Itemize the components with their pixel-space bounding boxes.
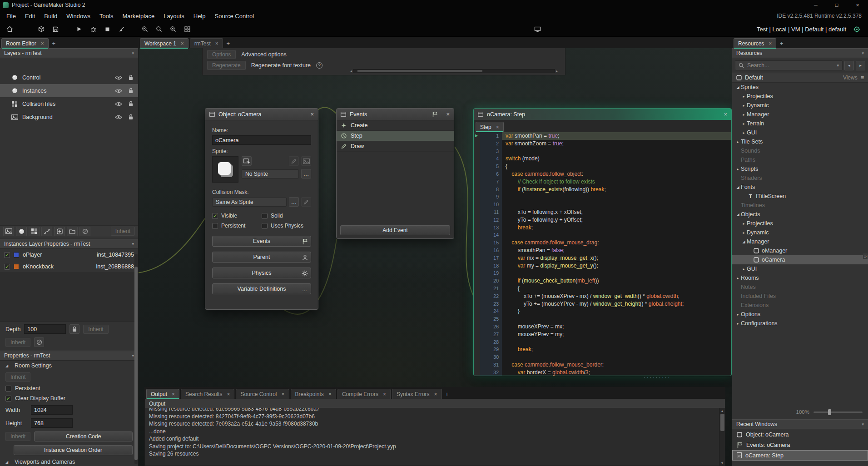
line-number[interactable]: 25 (474, 315, 502, 323)
instance-row-oknockback[interactable]: oKnockbackinst_208B6888 (0, 261, 138, 273)
tree-item-ftitlescreen[interactable]: TfTitleScreen (732, 192, 868, 201)
room-settings-row[interactable]: ◢ Room Settings (0, 361, 138, 371)
creation-code-inherit-button[interactable]: Inherit (5, 432, 30, 441)
menu-item-marketplace[interactable]: Marketplace (118, 13, 159, 20)
tree-item-omanager[interactable]: oManager (732, 246, 868, 255)
close-tab-icon[interactable]: × (281, 391, 284, 397)
debug-icon[interactable] (87, 24, 99, 35)
tree-item-objects[interactable]: ◢Objects (732, 210, 868, 219)
sprite-thumbnail[interactable] (212, 156, 238, 183)
output-tab-output[interactable]: Output× (146, 389, 179, 399)
scroll-down-icon[interactable]: ▾ (721, 461, 723, 465)
close-tab-icon[interactable]: × (227, 391, 230, 397)
line-number[interactable]: 8 (474, 186, 502, 193)
instance-row-oplayer[interactable]: oPlayerinst_10847395 (0, 249, 138, 261)
event-row-step[interactable]: Step (337, 131, 454, 141)
close-button[interactable]: × (847, 0, 868, 10)
circle-slash-icon[interactable] (34, 337, 44, 347)
scroll-right-icon[interactable]: ▸ (556, 69, 558, 73)
delete-layer-icon[interactable] (79, 227, 90, 236)
collapsed-arrow-icon[interactable]: ▸ (741, 267, 747, 271)
depth-input[interactable] (24, 324, 66, 334)
tree-item-sprites[interactable]: ◢Sprites (732, 83, 868, 92)
tree-item-rooms[interactable]: ▸Rooms (732, 273, 868, 283)
room-inherit-button[interactable]: Inherit (5, 372, 30, 382)
tree-item-ocamera[interactable]: oCamera (732, 255, 868, 264)
tree-item-shaders[interactable]: Shaders (732, 174, 868, 183)
tree-item-terrain[interactable]: ▸Terrain (732, 119, 868, 128)
line-number[interactable]: 21 (474, 285, 502, 292)
window-resize-dots[interactable]: ········· (644, 375, 671, 380)
views-label[interactable]: Views (843, 74, 858, 81)
close-tab-icon[interactable]: × (383, 391, 386, 397)
menu-item-tools[interactable]: Tools (95, 13, 118, 20)
checkbox-solid[interactable]: Solid (262, 211, 311, 221)
event-row-create[interactable]: Create (337, 120, 454, 131)
collapsed-arrow-icon[interactable]: ▸ (741, 122, 747, 126)
close-tab-icon[interactable]: × (496, 124, 499, 130)
workspace-tab-rmtest[interactable]: rmTest× (190, 38, 223, 48)
variable-definitions-button[interactable]: Variable Definitions… (212, 283, 311, 294)
menu-item-build[interactable]: Build (40, 13, 62, 20)
lock-icon[interactable] (69, 324, 79, 334)
expanded-arrow-icon[interactable]: ◢ (735, 185, 741, 189)
collapsed-arrow-icon[interactable]: ▸ (735, 312, 741, 317)
clear-display-buffer-row[interactable]: Clear Display Buffer (0, 393, 138, 403)
parent-button[interactable]: Parent (212, 252, 311, 263)
depth-inherit-button[interactable]: Inherit (83, 325, 108, 334)
edit-mask-icon[interactable] (301, 197, 311, 207)
line-number[interactable]: 20 (474, 277, 502, 285)
creation-code-button[interactable]: Creation Code (34, 431, 133, 441)
save-project-icon[interactable] (50, 24, 61, 35)
collapsed-arrow-icon[interactable]: ▸ (741, 113, 747, 117)
output-tab-source-control[interactable]: Source Control× (236, 389, 289, 399)
output-tab-syntax-errors[interactable]: Syntax Errors× (392, 389, 442, 399)
home-icon[interactable] (4, 24, 15, 35)
line-number[interactable]: 32 (474, 369, 502, 376)
tree-item-tile-sets[interactable]: ▸Tile Sets (732, 137, 868, 146)
output-log[interactable]: Missing resource detected: 61e55565-5d83… (145, 408, 725, 466)
object-window-header[interactable]: Object: oCamera × (205, 109, 318, 120)
help-icon[interactable]: ? (316, 62, 322, 69)
create-executable-icon[interactable] (35, 24, 47, 35)
left-panel-scrollbar[interactable] (134, 254, 138, 464)
close-icon[interactable]: × (310, 111, 314, 118)
line-number[interactable]: 22 (474, 292, 502, 300)
line-number[interactable]: 23 (474, 300, 502, 308)
line-number[interactable]: 3 (474, 148, 502, 155)
line-number[interactable]: 18 (474, 262, 502, 270)
target-manager-icon[interactable] (851, 24, 863, 35)
resources-new-tab-button[interactable]: + (778, 40, 785, 47)
line-number[interactable]: 26 (474, 323, 502, 331)
line-number[interactable]: 15 (474, 239, 502, 247)
line-number[interactable]: 17 (474, 254, 502, 262)
line-number[interactable]: 31 (474, 361, 502, 369)
workspace-new-tab-button[interactable]: + (224, 40, 232, 47)
viewports-section-row[interactable]: ◢ Viewports and Cameras (0, 457, 138, 466)
instance-creation-order-button[interactable]: Instance Creation Order (14, 445, 133, 455)
tree-item-dynamic[interactable]: ▸Dynamic (732, 101, 868, 110)
tree-item-scripts[interactable]: ▸Scripts (732, 164, 868, 174)
tree-item-projectiles[interactable]: ▸Projectiles (732, 219, 868, 228)
browse-mask-button[interactable]: … (289, 197, 299, 207)
layer-folder-icon[interactable] (67, 227, 78, 236)
nav-back-button[interactable]: ◂ (844, 61, 854, 70)
close-icon[interactable]: × (446, 111, 450, 118)
close-tab-icon[interactable]: × (434, 391, 437, 397)
lock-icon[interactable] (127, 114, 134, 120)
collapsed-arrow-icon[interactable]: ▸ (735, 276, 741, 280)
checkbox-persistent[interactable]: Persistent (212, 221, 262, 231)
edit-image-icon[interactable] (301, 156, 311, 166)
output-tab-search-results[interactable]: Search Results× (181, 389, 234, 399)
line-number[interactable]: 2 (474, 140, 502, 148)
scrollbar-thumb[interactable] (357, 70, 482, 72)
layer-row-background[interactable]: Background (0, 110, 138, 124)
new-sprite-icon[interactable] (242, 156, 252, 166)
search-input[interactable]: Search... ▾ (735, 60, 843, 70)
output-tab-compile-errors[interactable]: Compile Errors× (337, 389, 391, 399)
tree-item-configurations[interactable]: ▸Configurations (732, 319, 868, 328)
tree-item-projectiles[interactable]: ▸Projectiles (732, 92, 868, 101)
expanded-arrow-icon[interactable]: ◢ (735, 213, 741, 217)
chevron-down-icon[interactable]: ▾ (837, 63, 839, 68)
layer-inherit-button[interactable]: Inherit (5, 338, 30, 347)
